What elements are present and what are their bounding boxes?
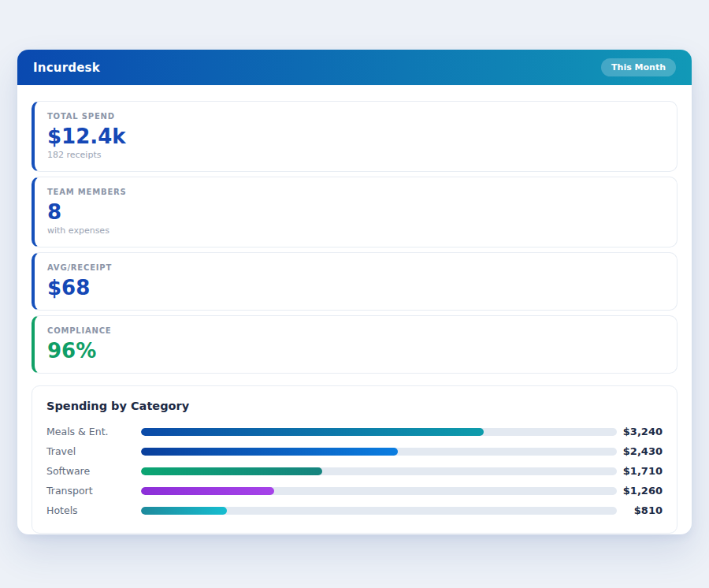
stat-card-avg-receipt: AVG/RECEIPT $68	[32, 252, 677, 311]
category-value: $810	[617, 504, 663, 516]
dashboard-content: TOTAL SPEND $12.4k 182 receipts TEAM MEM…	[17, 85, 692, 534]
bar-track	[141, 487, 617, 495]
bar-track	[141, 507, 617, 515]
category-label: Hotels	[46, 504, 141, 516]
stat-card-compliance: COMPLIANCE 96%	[32, 315, 677, 374]
stat-label: COMPLIANCE	[47, 326, 664, 336]
bar-track	[141, 448, 617, 456]
category-row-software: Software $1,710	[46, 461, 663, 481]
stat-card-total-spend: TOTAL SPEND $12.4k 182 receipts	[32, 101, 677, 172]
spending-by-category-card: Spending by Category Meals & Ent. $3,240…	[32, 385, 677, 534]
app-header: Incurdesk This Month	[17, 50, 692, 85]
category-row-transport: Transport $1,260	[46, 481, 663, 501]
category-value: $1,260	[617, 485, 663, 497]
category-label: Transport	[46, 485, 141, 497]
bar-fill-software	[141, 467, 322, 475]
stat-label: TEAM MEMBERS	[47, 188, 664, 197]
category-label: Travel	[46, 445, 141, 457]
stat-value: 96%	[47, 339, 664, 363]
category-value: $3,240	[617, 426, 663, 437]
bar-fill-transport	[141, 487, 274, 495]
stat-label: TOTAL SPEND	[47, 112, 664, 121]
bar-track	[141, 467, 617, 475]
category-row-hotels: Hotels $810	[46, 501, 663, 520]
bar-fill-hotels	[141, 507, 227, 515]
dashboard-card: Incurdesk This Month TOTAL SPEND $12.4k …	[17, 50, 692, 534]
stat-value: 8	[47, 200, 664, 224]
stat-card-team-members: TEAM MEMBERS 8 with expenses	[32, 177, 677, 247]
bar-fill-meals	[141, 428, 484, 436]
stat-value: $68	[47, 276, 664, 300]
period-badge[interactable]: This Month	[601, 58, 676, 76]
category-row-travel: Travel $2,430	[46, 441, 663, 461]
stat-value: $12.4k	[47, 125, 664, 148]
stat-label: AVG/RECEIPT	[47, 263, 664, 273]
category-value: $1,710	[617, 465, 663, 477]
chart-title: Spending by Category	[46, 399, 663, 413]
category-value: $2,430	[617, 445, 663, 457]
bar-track	[141, 428, 617, 436]
stat-subtext: with expenses	[47, 225, 664, 236]
category-label: Meals & Ent.	[46, 426, 141, 437]
category-label: Software	[46, 465, 141, 477]
stat-subtext: 182 receipts	[47, 150, 664, 161]
bar-fill-travel	[141, 448, 398, 456]
page-background: Incurdesk This Month TOTAL SPEND $12.4k …	[0, 0, 709, 588]
app-title: Incurdesk	[33, 61, 100, 75]
category-row-meals: Meals & Ent. $3,240	[46, 422, 663, 441]
